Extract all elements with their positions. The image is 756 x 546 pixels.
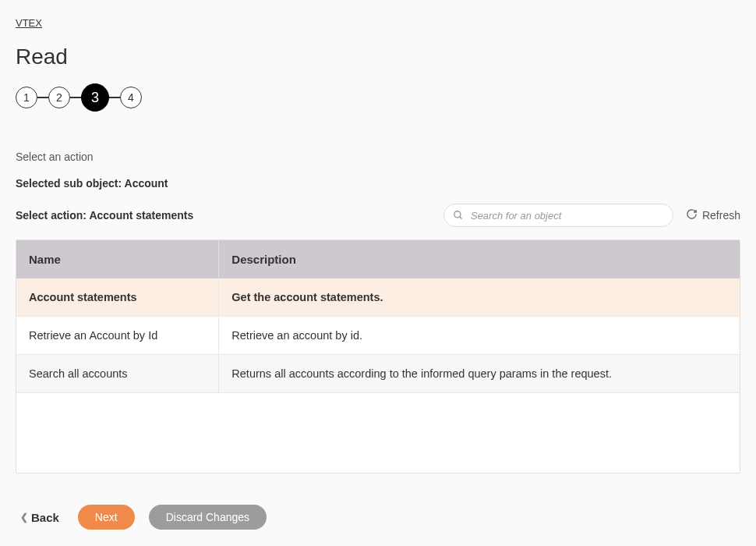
step-connector <box>37 97 48 98</box>
select-action-label: Select action: Account statements <box>16 209 193 222</box>
step-4[interactable]: 4 <box>120 87 142 108</box>
select-action-prefix: Select action: <box>16 209 89 222</box>
step-connector <box>109 97 120 98</box>
page-title: Read <box>16 44 740 69</box>
search-input[interactable] <box>443 204 673 227</box>
actions-table: Name Description Account statementsGet t… <box>16 239 740 473</box>
table-row[interactable]: Retrieve an Account by IdRetrieve an acc… <box>16 317 740 355</box>
search-box <box>443 204 673 227</box>
chevron-left-icon: ❮ <box>20 512 28 523</box>
refresh-label: Refresh <box>702 209 740 222</box>
selected-sub-object-value: Account <box>125 177 168 190</box>
row-name: Search all accounts <box>16 355 219 393</box>
footer-actions: ❮ Back Next Discard Changes <box>16 505 740 530</box>
select-action-value: Account statements <box>89 209 193 222</box>
selected-sub-object: Selected sub object: Account <box>16 177 740 190</box>
stepper: 1234 <box>16 83 740 112</box>
table-row[interactable]: Account statementsGet the account statem… <box>16 278 740 317</box>
selected-sub-object-prefix: Selected sub object: <box>16 177 125 190</box>
next-button[interactable]: Next <box>78 505 135 530</box>
row-description: Returns all accounts according to the in… <box>219 355 740 393</box>
row-description: Get the account statements. <box>219 278 740 317</box>
discard-changes-button[interactable]: Discard Changes <box>149 505 267 530</box>
back-label: Back <box>31 511 59 524</box>
breadcrumb-vtex[interactable]: VTEX <box>16 17 42 29</box>
table-header-name: Name <box>16 240 219 278</box>
step-2[interactable]: 2 <box>48 87 70 108</box>
table-row[interactable]: Search all accountsReturns all accounts … <box>16 355 740 393</box>
row-description: Retrieve an account by id. <box>219 317 740 355</box>
step-3[interactable]: 3 <box>81 83 109 112</box>
refresh-icon <box>686 208 698 222</box>
back-button[interactable]: ❮ Back <box>16 506 64 529</box>
row-name: Retrieve an Account by Id <box>16 317 219 355</box>
table-header-description: Description <box>219 240 740 278</box>
step-1[interactable]: 1 <box>16 87 37 108</box>
row-name: Account statements <box>16 278 219 317</box>
refresh-button[interactable]: Refresh <box>686 208 740 222</box>
step-connector <box>70 97 81 98</box>
select-action-heading: Select an action <box>16 151 740 163</box>
